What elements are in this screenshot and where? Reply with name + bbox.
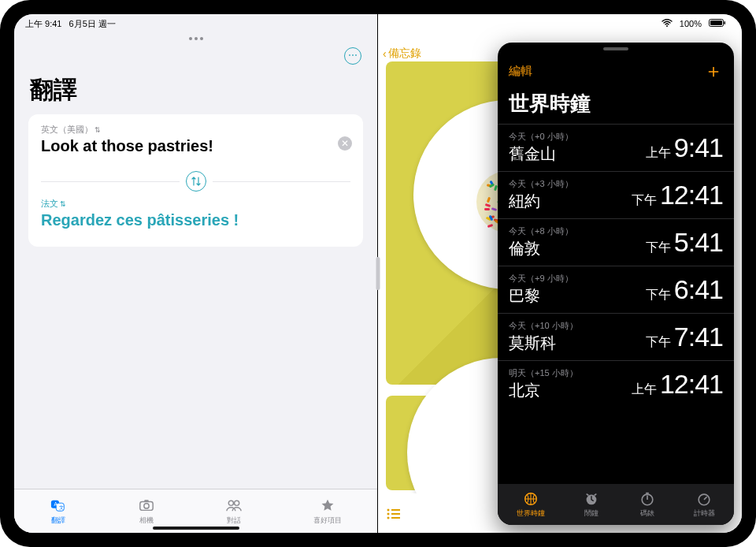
- clock-title: 世界時鐘: [498, 87, 734, 124]
- svg-point-12: [235, 500, 239, 505]
- home-indicator-left[interactable]: [153, 527, 239, 530]
- notes-back-label: 備忘錄: [388, 47, 421, 61]
- clock-meta: 今天（+9 小時）: [509, 273, 573, 285]
- tab-translate-label: 翻譯: [51, 515, 65, 526]
- svg-rect-16: [391, 513, 400, 515]
- svg-point-15: [387, 513, 390, 515]
- svg-rect-18: [391, 517, 400, 519]
- clock-city: 巴黎: [509, 285, 573, 307]
- clock-meta: 今天（+0 小時）: [509, 131, 573, 143]
- clock-slideover: 編輯 ＋ 世界時鐘 今天（+0 小時）舊金山 上午9:41 今天（+3 小時）紐…: [498, 43, 734, 525]
- clock-meta: 今天（+8 小時）: [509, 225, 573, 237]
- tab-stopwatch-label: 碼錶: [640, 508, 654, 519]
- tab-world-clock-label: 世界時鐘: [517, 508, 545, 519]
- tab-camera-label: 相機: [139, 515, 154, 526]
- tab-conversation[interactable]: 對話: [225, 497, 243, 526]
- svg-point-9: [143, 503, 148, 508]
- multitask-dots-left[interactable]: [189, 37, 203, 40]
- clock-city: 紐約: [509, 191, 573, 212]
- clock-ampm: 下午: [632, 192, 657, 209]
- world-clock-list[interactable]: 今天（+0 小時）舊金山 上午9:41 今天（+3 小時）紐約 下午12:41 …: [498, 124, 734, 484]
- clock-meta: 今天（+10 小時）: [509, 320, 578, 332]
- clock-time: 7:41: [674, 322, 723, 352]
- clock-meta: 今天（+3 小時）: [509, 178, 573, 190]
- svg-text:A: A: [54, 500, 57, 506]
- notes-app: ‹ 備忘錄: [378, 14, 742, 533]
- svg-rect-10: [144, 500, 148, 502]
- svg-point-0: [666, 25, 668, 27]
- clock-time: 12:41: [660, 180, 723, 210]
- clock-time: 12:41: [660, 369, 723, 400]
- notes-list-icon[interactable]: [386, 508, 402, 523]
- clock-edit-button[interactable]: 編輯: [509, 64, 532, 79]
- clock-ampm: 下午: [646, 240, 671, 256]
- tab-conversation-label: 對話: [227, 515, 241, 526]
- clock-tabbar: 世界時鐘 鬧鐘 碼錶 計時器: [498, 484, 734, 525]
- target-lang-label: 法文: [41, 199, 58, 208]
- clock-row[interactable]: 今天（+8 小時）倫敦 下午5:41: [498, 218, 734, 266]
- card-divider: [41, 171, 350, 192]
- tab-stopwatch[interactable]: 碼錶: [639, 491, 656, 519]
- clear-icon[interactable]: ✕: [338, 136, 352, 151]
- clock-city: 北京: [509, 380, 578, 401]
- tab-translate[interactable]: A文 翻譯: [50, 497, 67, 526]
- svg-text:文: 文: [59, 504, 64, 509]
- tab-camera[interactable]: 相機: [138, 497, 155, 526]
- svg-rect-3: [724, 21, 726, 24]
- status-date: 6月5日 週一: [69, 19, 116, 28]
- clock-row[interactable]: 今天（+9 小時）巴黎 下午6:41: [498, 266, 734, 313]
- source-text[interactable]: Look at those pastries!: [41, 137, 350, 155]
- screen: 上午 9:41 6月5日 週一 100% ⋯ 翻譯 英: [14, 14, 742, 533]
- clock-ampm: 上午: [632, 381, 657, 398]
- clock-ampm: 上午: [646, 145, 671, 162]
- svg-point-13: [387, 509, 390, 512]
- target-lang-picker[interactable]: 法文⇅: [41, 198, 350, 210]
- svg-rect-2: [710, 20, 722, 25]
- clock-time: 5:41: [674, 227, 723, 258]
- translate-app: ⋯ 翻譯 英文（美國）⇅ Look at those pastries! ✕ 法…: [14, 14, 378, 533]
- source-lang-label: 英文（美國）: [41, 125, 93, 134]
- chevron-left-icon: ‹: [383, 47, 387, 60]
- tab-alarm-label: 鬧鐘: [584, 508, 598, 519]
- wifi-icon: [662, 19, 675, 28]
- clock-row[interactable]: 明天（+15 小時）北京 上午12:41: [498, 360, 734, 407]
- status-bar: 上午 9:41 6月5日 週一 100%: [14, 14, 742, 32]
- battery-icon: [709, 19, 726, 28]
- svg-rect-22: [646, 492, 649, 493]
- tab-timer[interactable]: 計時器: [694, 491, 715, 519]
- battery-pct: 100%: [680, 19, 702, 28]
- clock-header: 編輯 ＋: [498, 50, 734, 87]
- translate-card: 英文（美國）⇅ Look at those pastries! ✕ 法文⇅ Re…: [28, 114, 363, 247]
- clock-city: 莫斯科: [509, 333, 578, 354]
- clock-row[interactable]: 今天（+3 小時）紐約 下午12:41: [498, 171, 734, 218]
- svg-point-17: [387, 517, 390, 519]
- svg-rect-14: [391, 509, 400, 511]
- translate-title: 翻譯: [30, 74, 377, 106]
- clock-meta: 明天（+15 小時）: [509, 367, 578, 379]
- notes-back-button[interactable]: ‹ 備忘錄: [383, 47, 421, 61]
- clock-time: 9:41: [674, 132, 723, 163]
- tab-favorites[interactable]: 喜好項目: [313, 497, 342, 526]
- clock-city: 倫敦: [509, 238, 573, 259]
- target-text: Regardez ces pâtisseries !: [41, 211, 350, 229]
- tab-timer-label: 計時器: [694, 508, 715, 519]
- clock-row[interactable]: 今天（+10 小時）莫斯科 下午7:41: [498, 313, 734, 360]
- clock-ampm: 下午: [646, 287, 671, 303]
- clock-ampm: 下午: [646, 334, 671, 351]
- ipad-frame: 上午 9:41 6月5日 週一 100% ⋯ 翻譯 英: [0, 0, 756, 547]
- tab-world-clock[interactable]: 世界時鐘: [517, 491, 545, 519]
- more-menu-icon[interactable]: ⋯: [344, 47, 361, 65]
- swap-languages-button[interactable]: [186, 171, 206, 192]
- clock-city: 舊金山: [509, 143, 573, 165]
- clock-time: 6:41: [674, 274, 723, 305]
- tab-favorites-label: 喜好項目: [313, 515, 342, 526]
- chevron-updown-icon: ⇅: [94, 126, 101, 134]
- clock-add-button[interactable]: ＋: [704, 58, 723, 84]
- svg-point-11: [229, 500, 234, 505]
- clock-row[interactable]: 今天（+0 小時）舊金山 上午9:41: [498, 124, 734, 171]
- status-time: 上午 9:41: [25, 19, 61, 28]
- chevron-updown-icon: ⇅: [60, 200, 66, 208]
- source-lang-picker[interactable]: 英文（美國）⇅: [41, 124, 350, 136]
- split-view-handle[interactable]: [376, 257, 380, 290]
- tab-alarm[interactable]: 鬧鐘: [583, 491, 600, 519]
